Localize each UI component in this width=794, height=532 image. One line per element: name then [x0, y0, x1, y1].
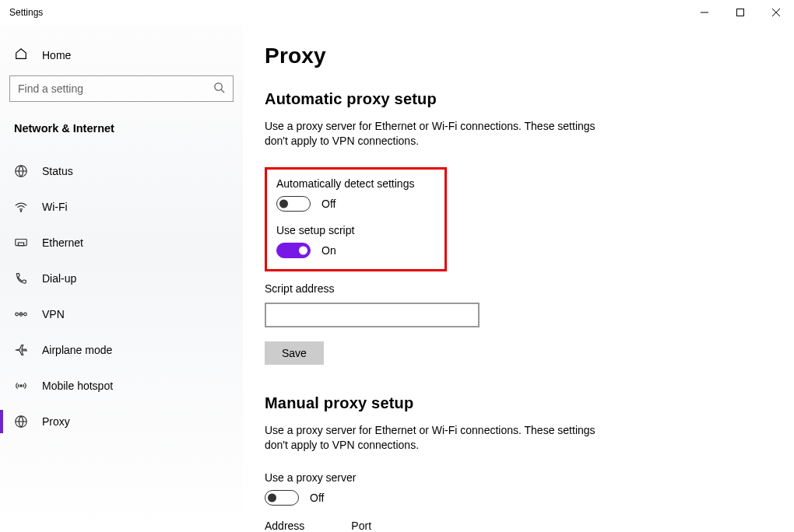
toggle-group-detect: Automatically detect settings Off — [276, 177, 435, 212]
svg-point-13 — [16, 313, 19, 316]
svg-rect-10 — [18, 243, 23, 246]
ethernet-icon — [14, 236, 28, 250]
toggle-label-use-proxy: Use a proxy server — [265, 471, 763, 484]
hotspot-icon — [14, 379, 28, 393]
svg-point-8 — [20, 211, 21, 212]
toggle-detect[interactable] — [276, 196, 311, 212]
section-heading-manual: Manual proxy setup — [265, 394, 763, 412]
sidebar-item-status[interactable]: Status — [9, 153, 234, 189]
input-script-address[interactable] — [265, 303, 480, 327]
sidebar-item-label: Proxy — [42, 415, 70, 428]
page-title: Proxy — [265, 44, 763, 68]
sidebar-item-proxy[interactable]: Proxy — [9, 404, 234, 439]
dialup-icon — [14, 271, 28, 285]
sidebar-item-ethernet[interactable]: Ethernet — [9, 225, 234, 261]
svg-point-4 — [215, 83, 222, 90]
sidebar-item-label: VPN — [42, 308, 65, 320]
section-desc-auto: Use a proxy server for Ethernet or Wi-Fi… — [265, 119, 599, 149]
sidebar-item-vpn[interactable]: VPN — [9, 296, 234, 332]
titlebar: Settings — [0, 0, 794, 25]
caption-buttons — [687, 0, 794, 25]
sidebar-item-hotspot[interactable]: Mobile hotspot — [9, 368, 234, 404]
minimize-button[interactable] — [687, 0, 722, 25]
sidebar-item-label: Dial-up — [42, 272, 76, 285]
sidebar-item-wifi[interactable]: Wi-Fi — [9, 189, 234, 225]
section-desc-manual: Use a proxy server for Ethernet or Wi-Fi… — [265, 423, 599, 453]
toggle-script[interactable] — [276, 243, 311, 258]
search-icon — [213, 82, 225, 96]
toggle-use-proxy[interactable] — [265, 490, 299, 506]
section-heading-auto: Automatic proxy setup — [265, 90, 763, 108]
search-input[interactable] — [18, 82, 213, 95]
highlight-annotation: Automatically detect settings Off Use se… — [265, 167, 447, 271]
nav-list: Status Wi-Fi Ethernet — [9, 153, 234, 439]
svg-point-17 — [20, 385, 22, 387]
toggle-label-script: Use setup script — [276, 224, 435, 236]
sidebar: Home Network & Internet Status — [0, 25, 243, 532]
toggle-state-use-proxy: Off — [310, 492, 324, 504]
vpn-icon — [14, 307, 28, 321]
home-label: Home — [42, 49, 71, 61]
search-box[interactable] — [9, 75, 234, 102]
sidebar-item-label: Mobile hotspot — [42, 380, 113, 392]
sidebar-item-airplane[interactable]: Airplane mode — [9, 332, 234, 368]
content-panel: Proxy Automatic proxy setup Use a proxy … — [243, 25, 794, 532]
wifi-icon — [14, 200, 28, 214]
svg-rect-1 — [737, 9, 744, 16]
toggle-state-script: On — [321, 244, 336, 257]
save-button[interactable]: Save — [265, 341, 324, 365]
label-script-address: Script address — [265, 282, 763, 295]
airplane-icon — [14, 343, 28, 357]
svg-line-5 — [221, 89, 224, 93]
home-nav[interactable]: Home — [9, 39, 234, 75]
sidebar-item-label: Wi-Fi — [42, 201, 68, 213]
window-title: Settings — [9, 7, 43, 18]
toggle-state-detect: Off — [321, 198, 336, 210]
category-title: Network & Internet — [9, 122, 234, 147]
toggle-group-use-proxy: Use a proxy server Off — [265, 471, 763, 506]
label-port: Port — [351, 520, 371, 532]
sidebar-item-dialup[interactable]: Dial-up — [9, 261, 234, 296]
svg-point-14 — [24, 313, 27, 316]
sidebar-item-label: Ethernet — [42, 236, 83, 249]
close-button[interactable] — [758, 0, 794, 25]
label-address: Address — [265, 520, 304, 532]
status-icon — [14, 164, 28, 178]
proxy-icon — [14, 415, 28, 429]
sidebar-item-label: Status — [42, 165, 73, 177]
maximize-button[interactable] — [722, 0, 758, 25]
home-icon — [14, 47, 28, 63]
toggle-group-script: Use setup script On — [276, 224, 435, 258]
toggle-label-detect: Automatically detect settings — [276, 177, 435, 190]
sidebar-item-label: Airplane mode — [42, 344, 112, 356]
address-port-row: Address Port — [265, 520, 763, 532]
